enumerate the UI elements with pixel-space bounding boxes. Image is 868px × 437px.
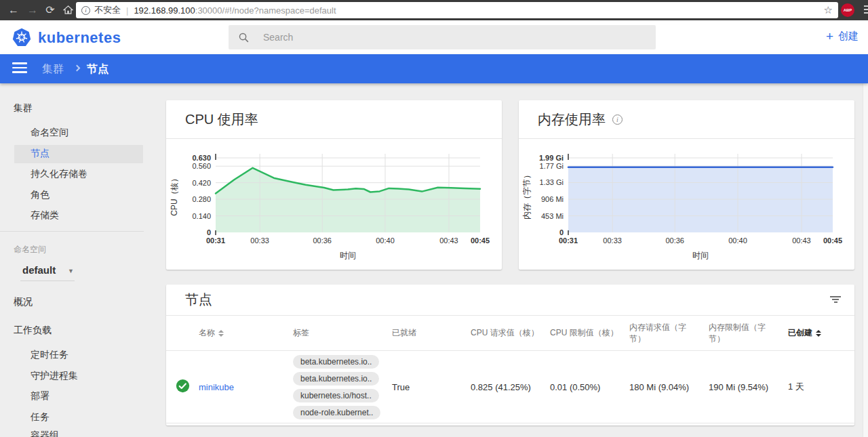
svg-text:00:43: 00:43 bbox=[792, 236, 811, 245]
svg-text:00:36: 00:36 bbox=[313, 236, 332, 245]
column-header-name[interactable]: 名称 bbox=[199, 327, 293, 338]
svg-text:00:31: 00:31 bbox=[559, 236, 578, 245]
label-chip[interactable]: kubernetes.io/host.. bbox=[293, 389, 379, 402]
sidebar-item-nodes[interactable]: 节点 bbox=[31, 148, 50, 160]
back-icon[interactable]: ← bbox=[5, 2, 22, 18]
cpu-usage-card: CPU 使用率 00.1400.2800.4200.5600.63000:310… bbox=[166, 100, 502, 270]
browser-toolbar: ← → ⟳ i 不安全 | 192.168.99.100:30000/#!/no… bbox=[0, 0, 868, 20]
sidebar-divider bbox=[0, 231, 144, 232]
column-header-memory-requests[interactable]: 内存请求值（字节） bbox=[629, 322, 709, 344]
sidebar-item-cron-jobs[interactable]: 定时任务 bbox=[31, 349, 68, 361]
svg-text:00:31: 00:31 bbox=[206, 236, 225, 245]
sidebar-section-workloads[interactable]: 工作负载 bbox=[14, 325, 52, 337]
forward-icon[interactable]: → bbox=[24, 2, 41, 18]
adblock-extension-icon[interactable]: ABP bbox=[841, 3, 854, 17]
svg-text:00:36: 00:36 bbox=[665, 236, 684, 245]
svg-text:0: 0 bbox=[559, 228, 564, 236]
create-button-label: 创建 bbox=[838, 30, 859, 43]
svg-text:453 Mi: 453 Mi bbox=[541, 212, 564, 220]
sidebar-item-jobs[interactable]: 任务 bbox=[31, 411, 50, 423]
sidebar-section-cluster[interactable]: 集群 bbox=[14, 102, 33, 115]
column-header-cpu-limits[interactable]: CPU 限制值（核） bbox=[550, 327, 629, 338]
memory-usage-card: 内存使用率 i 0453 Mi906 Mi1.33 Gi1.77 Gi1.99 … bbox=[519, 100, 854, 270]
security-label: 不安全 bbox=[94, 4, 121, 16]
sidebar-item-persistent-volumes[interactable]: 持久化存储卷 bbox=[31, 168, 87, 180]
label-chip[interactable]: beta.kubernetes.io.. bbox=[293, 372, 379, 386]
column-header-ready[interactable]: 已就绪 bbox=[392, 327, 471, 338]
svg-text:0.280: 0.280 bbox=[192, 195, 211, 203]
create-button[interactable]: + 创建 bbox=[826, 30, 859, 43]
page-info-icon[interactable]: i bbox=[81, 6, 90, 15]
sort-icon bbox=[218, 330, 224, 337]
browser-menu-icon[interactable] bbox=[864, 5, 868, 16]
kubernetes-logo bbox=[12, 28, 31, 47]
node-age-value: 1 天 bbox=[788, 381, 854, 393]
cpu-chart-title: CPU 使用率 bbox=[185, 110, 258, 129]
svg-text:0.140: 0.140 bbox=[192, 212, 211, 220]
column-header-cpu-requests[interactable]: CPU 请求值（核） bbox=[471, 327, 550, 338]
reload-icon[interactable]: ⟳ bbox=[42, 2, 58, 18]
chevron-right-icon bbox=[74, 65, 81, 72]
table-row: minikube beta.kubernetes.io.. beta.kuber… bbox=[166, 351, 854, 423]
menu-hamburger-icon[interactable] bbox=[12, 62, 27, 76]
breadcrumb-bar: 集群 节点 bbox=[0, 54, 868, 83]
info-icon[interactable]: i bbox=[612, 115, 623, 125]
label-chip[interactable]: beta.kubernetes.io.. bbox=[293, 355, 379, 369]
svg-text:0.560: 0.560 bbox=[192, 162, 211, 170]
search-input[interactable] bbox=[262, 31, 628, 43]
column-header-labels[interactable]: 标签 bbox=[293, 327, 392, 338]
url-path: :30000/#!/node?namespace=default bbox=[195, 5, 336, 16]
brand-title: kubernetes bbox=[38, 29, 121, 47]
svg-text:00:45: 00:45 bbox=[471, 236, 490, 245]
nodes-card: 节点 名称 标签 已就绪 CPU 请求值（核） CPU 限制值（核） 内存请求值… bbox=[166, 285, 854, 425]
svg-text:906 Mi: 906 Mi bbox=[541, 195, 564, 203]
plus-icon: + bbox=[826, 31, 833, 41]
page-content: 集群 命名空间 节点 持久化存储卷 角色 存储类 命名空间 default ▼ … bbox=[0, 83, 868, 437]
breadcrumb-parent[interactable]: 集群 bbox=[42, 62, 64, 77]
memory-chart-title: 内存使用率 bbox=[538, 110, 606, 129]
caret-down-icon[interactable]: ▼ bbox=[68, 268, 74, 274]
sort-icon bbox=[816, 330, 821, 337]
sidebar-item-daemon-sets[interactable]: 守护进程集 bbox=[31, 370, 78, 382]
sidebar-item-namespaces[interactable]: 命名空间 bbox=[31, 127, 68, 139]
sidebar-item-overview[interactable]: 概况 bbox=[14, 296, 33, 308]
node-cpu-limits-value: 0.01 (0.50%) bbox=[550, 382, 629, 392]
sidebar-item-pods[interactable]: 容器组 bbox=[31, 430, 59, 437]
home-icon[interactable] bbox=[60, 2, 76, 20]
svg-text:0.420: 0.420 bbox=[192, 179, 211, 187]
url-text: 192.168.99.100:30000/#!/node?namespace=d… bbox=[134, 5, 823, 16]
sidebar-item-storage-classes[interactable]: 存储类 bbox=[31, 209, 59, 222]
app-header: kubernetes + 创建 bbox=[0, 20, 868, 54]
svg-text:1.99 Gi: 1.99 Gi bbox=[539, 154, 564, 162]
filter-icon[interactable] bbox=[827, 293, 844, 307]
label-chip[interactable]: node-role.kubernet.. bbox=[293, 406, 380, 419]
svg-text:0: 0 bbox=[207, 228, 211, 236]
node-memory-requests-value: 180 Mi (9.04%) bbox=[629, 382, 709, 392]
svg-text:00:45: 00:45 bbox=[823, 236, 842, 245]
node-memory-limits-value: 190 Mi (9.54%) bbox=[709, 382, 788, 392]
svg-text:时间: 时间 bbox=[692, 251, 709, 260]
node-cpu-requests-value: 0.825 (41.25%) bbox=[471, 382, 550, 392]
search-box[interactable] bbox=[229, 25, 656, 49]
address-bar[interactable]: i 不安全 | 192.168.99.100:30000/#!/node?nam… bbox=[76, 2, 838, 18]
sidebar-item-deployments[interactable]: 部署 bbox=[31, 390, 50, 402]
table-header-row: 名称 标签 已就绪 CPU 请求值（核） CPU 限制值（核） 内存请求值（字节… bbox=[166, 316, 854, 351]
status-ok-icon bbox=[176, 379, 190, 393]
column-header-memory-limits[interactable]: 内存限制值（字节） bbox=[709, 322, 788, 344]
bookmark-star-icon[interactable]: ☆ bbox=[824, 4, 833, 16]
svg-text:CPU（核）: CPU（核） bbox=[170, 174, 179, 215]
namespace-label: 命名空间 bbox=[14, 244, 46, 255]
page-scrollbar[interactable] bbox=[863, 83, 868, 437]
svg-text:00:40: 00:40 bbox=[376, 236, 395, 245]
sidebar-item-roles[interactable]: 角色 bbox=[31, 189, 50, 201]
svg-text:00:33: 00:33 bbox=[250, 236, 269, 245]
node-name-link[interactable]: minikube bbox=[199, 382, 234, 392]
memory-usage-chart: 0453 Mi906 Mi1.33 Gi1.77 Gi1.99 Gi00:310… bbox=[519, 139, 854, 269]
node-labels: beta.kubernetes.io.. beta.kubernetes.io.… bbox=[293, 352, 392, 422]
column-header-created[interactable]: 已创建 bbox=[788, 327, 854, 338]
svg-text:1.33 Gi: 1.33 Gi bbox=[540, 178, 564, 186]
node-ready-value: True bbox=[392, 382, 471, 392]
namespace-select[interactable]: default bbox=[22, 264, 56, 276]
svg-text:1.77 Gi: 1.77 Gi bbox=[540, 162, 564, 170]
namespace-select-underline bbox=[20, 280, 75, 281]
